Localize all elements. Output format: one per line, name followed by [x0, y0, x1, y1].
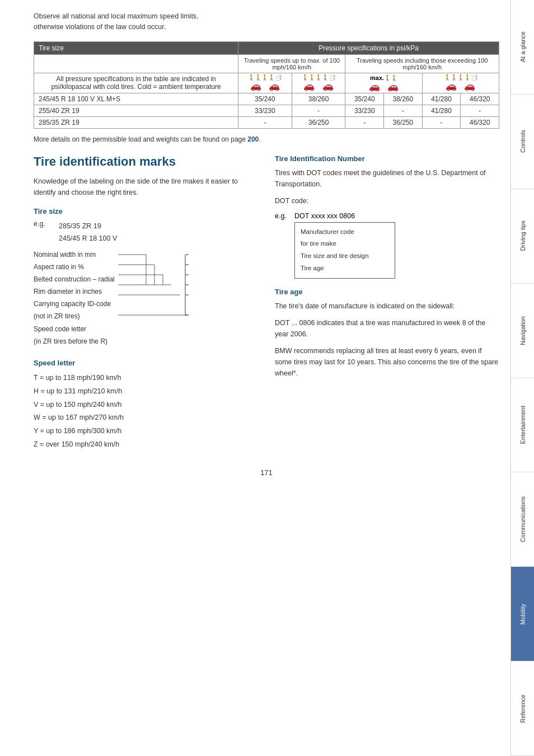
- tire-age-para1: The tire's date of manufacture is indica…: [275, 300, 499, 312]
- table-col1-header: Tire size: [34, 41, 238, 54]
- sidebar-label-navigation: Navigation: [519, 316, 526, 345]
- sidebar-item-navigation[interactable]: Navigation: [511, 284, 534, 378]
- sidebar-item-reference[interactable]: Reference: [511, 661, 534, 756]
- all-pressure-cell: All pressure specifications in the table…: [34, 73, 238, 93]
- table-row: 245/45 R 18 100 V XL M+S 35/240 38/260 3…: [34, 93, 499, 105]
- tire-size-1: 245/45 R 18 100 V XL M+S: [34, 93, 238, 105]
- icon-cell-3: max.🚶🚶 🚗 🚗: [345, 73, 422, 93]
- sidebar-label-reference: Reference: [519, 694, 526, 723]
- sidebar-label-controls: Controls: [519, 130, 526, 153]
- dot-box-labels: Manufacturer code for tire make Tire siz…: [301, 226, 389, 275]
- label-nominal: Nominal width in mm: [34, 248, 115, 261]
- dot-value: DOT xxxx xxx 0806: [294, 212, 355, 220]
- sidebar-item-communications[interactable]: Communications: [511, 472, 534, 567]
- icon-cell-2: 🚶🚶🚶🚶📑 🚗 🚗: [292, 73, 345, 93]
- sidebar-item-mobility[interactable]: Mobility: [511, 567, 534, 661]
- speed-item-v: V = up to 150 mph/240 km/h: [34, 398, 258, 412]
- speed-item-y: Y = up to 186 mph/300 km/h: [34, 425, 258, 438]
- v2-1: 38/260: [292, 93, 345, 105]
- icon-cell-4: 🚶🚶🚶🚶📑 🚗 🚗: [422, 73, 499, 93]
- sidebar-item-entertainment[interactable]: Entertainment: [511, 378, 534, 473]
- v5-1: 41/280: [422, 93, 461, 105]
- dot-item-2: for tire make: [301, 238, 389, 250]
- eg-label: e.g.: [34, 220, 59, 245]
- dot-box-wrapper: Manufacturer code for tire make Tire siz…: [294, 222, 395, 279]
- table-sub-col1: Traveling speeds up to max. of 100 mph/1…: [238, 54, 345, 73]
- v4-2: -: [384, 105, 423, 116]
- size-values: 285/35 ZR 19 245/45 R 18 100 V: [59, 220, 117, 245]
- sidebar-label-communications: Communications: [519, 496, 526, 542]
- bracket-svg: [118, 248, 191, 338]
- v5-2: 41/280: [422, 105, 461, 116]
- dot-item-3: Tire size and tire design: [301, 250, 389, 262]
- dot-label: DOT code:: [275, 195, 499, 206]
- v1-1: 35/240: [238, 93, 292, 105]
- v3-3: -: [345, 116, 384, 128]
- bracket-diagram: Nominal width in mm Aspect ratio in % Be…: [34, 248, 258, 348]
- sidebar-item-at-a-glance[interactable]: At a glance: [511, 0, 534, 95]
- icon-cell-1: 🚶🚶🚶🚶📑 🚗 🚗: [238, 73, 292, 93]
- v6-3: 46/320: [461, 116, 499, 128]
- sidebar-label-entertainment: Entertainment: [519, 406, 526, 444]
- v1-2: 33/230: [238, 105, 292, 116]
- speed-item-h: H = up to 131 mph/210 km/h: [34, 385, 258, 398]
- v6-1: 46/320: [461, 93, 499, 105]
- sidebar-label-driving-tips: Driving tips: [519, 220, 526, 251]
- v3-1: 35/240: [345, 93, 384, 105]
- v4-3: 36/250: [384, 116, 423, 128]
- label-aspect: Aspect ratio in %: [34, 261, 115, 273]
- tire-pressure-table: Tire size Pressure specifications in psi…: [34, 41, 499, 129]
- table-footer: More details on the permissible load and…: [34, 135, 499, 143]
- tire-size-diagram: e.g. 285/35 ZR 19 245/45 R 18 100 V Nomi…: [34, 220, 258, 348]
- tin-intro: Tires with DOT codes meet the guidelines…: [275, 167, 499, 190]
- dot-eg-label: e.g.: [275, 212, 294, 220]
- speed-item-w: W = up to 167 mph/270 km/h: [34, 411, 258, 425]
- sidebar-label-mobility: Mobility: [519, 604, 526, 624]
- tire-age-para2: DOT ... 0806 indicates that a tire was m…: [275, 317, 499, 340]
- speed-letter-heading: Speed letter: [34, 359, 258, 367]
- dot-item-1: Manufacturer code: [301, 226, 389, 238]
- sidebar: At a glance Controls Driving tips Naviga…: [510, 0, 534, 756]
- speed-list: T = up to 118 mph/190 km/h H = up to 131…: [34, 372, 258, 452]
- sidebar-item-controls[interactable]: Controls: [511, 95, 534, 189]
- label-speed-note: (in ZR tires before the R): [34, 335, 115, 348]
- sidebar-item-driving-tips[interactable]: Driving tips: [511, 189, 534, 284]
- label-area-left: Nominal width in mm Aspect ratio in % Be…: [34, 248, 115, 348]
- v4-1: 38/260: [384, 93, 423, 105]
- v2-3: 36/250: [292, 116, 345, 128]
- page-link[interactable]: 200: [247, 135, 259, 143]
- speed-item-z: Z = over 150 mph/240 km/h: [34, 438, 258, 452]
- v1-3: -: [238, 116, 292, 128]
- table-row: 255/40 ZR 19 33/230 - 33/230 - 41/280 -: [34, 105, 499, 116]
- tire-size-3: 285/35 ZR 19: [34, 116, 238, 128]
- tire-age-para3: BMW recommends replacing all tires at le…: [275, 345, 499, 379]
- v2-2: -: [292, 105, 345, 116]
- intro-text: Observe all national and local maximum s…: [34, 11, 202, 32]
- table-sub-empty: [34, 54, 238, 73]
- right-column: Tire Identification Number Tires with DO…: [275, 154, 499, 452]
- dot-item-4: Tire age: [301, 262, 389, 275]
- main-section-heading: Tire identification marks: [34, 154, 258, 169]
- label-carry: Carrying capacity ID-code: [34, 298, 115, 310]
- v5-3: -: [422, 116, 461, 128]
- dot-box: Manufacturer code for tire make Tire siz…: [294, 222, 395, 279]
- table-col2-header: Pressure specifications in psi/kPa: [238, 41, 499, 54]
- label-speed: Speed code letter: [34, 323, 115, 335]
- speed-item-t: T = up to 118 mph/190 km/h: [34, 372, 258, 385]
- sidebar-label-at-a-glance: At a glance: [519, 31, 526, 62]
- v6-2: -: [461, 105, 499, 116]
- label-carry-note: (not in ZR tires): [34, 310, 115, 322]
- label-rim: Rim diameter in inches: [34, 285, 115, 298]
- tire-age-heading: Tire age: [275, 288, 499, 296]
- section-intro: Knowledge of the labeling on the side of…: [34, 176, 258, 198]
- table-sub-col2: Traveling speeds including those exceedi…: [345, 54, 499, 73]
- page-number: 171: [34, 468, 499, 477]
- left-column: Tire identification marks Knowledge of t…: [34, 154, 258, 452]
- tin-heading: Tire Identification Number: [275, 154, 499, 163]
- table-row: 285/35 ZR 19 - 36/250 - 36/250 - 46/320: [34, 116, 499, 128]
- label-belted: Belted construction – radial: [34, 273, 115, 285]
- dot-diagram: e.g. DOT xxxx xxx 0806 Manufacturer code…: [275, 212, 395, 279]
- tire-size-2: 255/40 ZR 19: [34, 105, 238, 116]
- v3-2: 33/230: [345, 105, 384, 116]
- tire-size-heading: Tire size: [34, 207, 258, 215]
